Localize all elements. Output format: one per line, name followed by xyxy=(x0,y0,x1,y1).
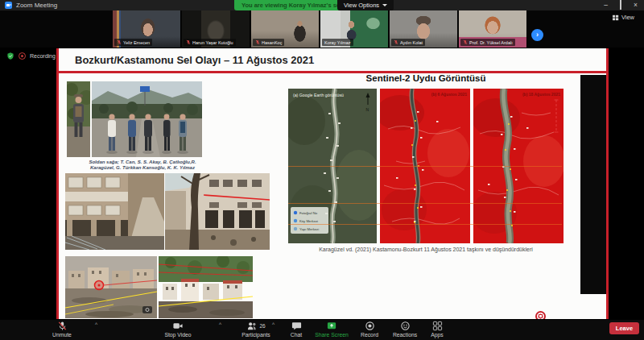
minimize-button[interactable]: – xyxy=(604,0,608,10)
svg-text:Yapı Merkezi: Yapı Merkezi xyxy=(299,227,319,231)
photo-damaged-building-2 xyxy=(165,173,270,250)
panel-a-label: (a) Google Earth görüntüsü xyxy=(293,93,344,97)
group-photo-caption: Soldan sağa; T. Can, S. S. Akay, B. Çatl… xyxy=(81,160,204,171)
shared-slide: Bozkurt/Kastamonu Sel Olayı – 11 Ağustos… xyxy=(56,48,609,319)
letterbox-band xyxy=(580,75,609,294)
next-participants-button[interactable]: › xyxy=(531,29,543,41)
view-options-button[interactable]: View Options xyxy=(337,0,394,10)
participant-tile-aydin-kolat[interactable]: Aydın Kolat xyxy=(390,10,458,48)
zoom-meeting-window: Zoom Meeting You are viewing Koray Yılma… xyxy=(0,0,644,340)
participant-name: Harun Yaşar Kutoğlu xyxy=(192,40,233,45)
view-button[interactable]: View xyxy=(613,14,634,21)
camera-icon xyxy=(172,321,184,331)
grid-view-icon xyxy=(613,15,619,21)
muted-mic-icon xyxy=(255,39,260,45)
photo-field-team xyxy=(92,81,202,157)
maximize-button[interactable] xyxy=(620,0,621,10)
annotation-line xyxy=(288,224,562,225)
participant-name-tag: Aydın Kolat xyxy=(391,39,425,46)
figure-heading: Sentinel-2 Uydu Görüntüsü xyxy=(288,73,564,83)
participants-count: 26 xyxy=(259,323,265,329)
muted-mic-icon xyxy=(463,39,468,45)
panel-b-label: (b) 6 Ağustos 2021 xyxy=(431,92,467,97)
video-options-caret[interactable]: ^ xyxy=(219,321,221,327)
photo-flood-aftermath-1 xyxy=(65,256,157,318)
photo-damaged-building-1 xyxy=(65,173,164,250)
recording-label: Recording xyxy=(30,53,56,59)
participant-name: HasanKoç xyxy=(262,40,282,45)
recording-dot-icon xyxy=(19,52,26,60)
encryption-shield-icon xyxy=(6,52,14,60)
participant-tile-harun-yasar-kutoglu[interactable]: Harun Yaşar Kutoğlu xyxy=(182,10,250,48)
panel-c-label: (b) 18 Ağustos 2021 xyxy=(522,92,560,97)
zoom-app-icon xyxy=(5,2,12,9)
participant-name-tag: Harun Yaşar Kutoğlu xyxy=(184,39,236,46)
svg-text:N: N xyxy=(366,107,369,112)
photo-team-member xyxy=(67,81,90,157)
muted-mic-icon xyxy=(117,39,122,45)
photo-flood-aftermath-2 xyxy=(159,256,253,318)
annotation-line xyxy=(288,166,562,167)
leave-button[interactable]: Leave xyxy=(609,322,639,334)
unmute-button[interactable]: Unmute xyxy=(36,321,88,338)
participant-tile-yuksel-ardali[interactable]: Prof. Dr. Yüksel Ardalı xyxy=(459,10,527,48)
chat-icon xyxy=(291,321,302,331)
apps-icon xyxy=(432,321,443,331)
participant-name-tag: Prof. Dr. Yüksel Ardalı xyxy=(460,39,515,46)
svg-text:Fotoğraf No: Fotoğraf No xyxy=(299,211,318,215)
record-icon xyxy=(365,321,375,331)
screen-share-banner-text: You are viewing Koray Yılmaz's screen xyxy=(242,2,353,9)
muted-mic-icon xyxy=(394,39,398,45)
muted-mic-icon xyxy=(57,321,68,331)
participant-tile-hasankoc[interactable]: HasanKoç xyxy=(251,10,320,48)
photo-badge-icon xyxy=(142,306,152,313)
slide-logo xyxy=(535,311,546,319)
chevron-down-icon xyxy=(382,4,387,6)
participant-name-tag: HasanKoç xyxy=(253,39,284,46)
participant-name: Prof. Dr. Yüksel Ardalı xyxy=(469,40,513,45)
apps-button[interactable]: Apps xyxy=(419,321,456,338)
annotation-line xyxy=(288,203,562,204)
stop-video-button[interactable]: Stop Video xyxy=(150,321,206,338)
participant-name-tag: Yeliz Emecen xyxy=(114,39,152,46)
participants-options-caret[interactable]: ^ xyxy=(272,321,275,327)
mic-options-caret[interactable]: ^ xyxy=(95,321,97,327)
participant-name: Aydın Kolat xyxy=(400,40,423,45)
reactions-icon xyxy=(400,321,411,331)
window-titlebar: Zoom Meeting You are viewing Koray Yılma… xyxy=(0,0,644,10)
recording-indicator: Recording xyxy=(6,52,56,60)
window-title: Zoom Meeting xyxy=(16,0,57,10)
participants-icon xyxy=(246,321,258,331)
share-screen-icon xyxy=(326,321,337,331)
participant-name-tag: Koray Yılmaz xyxy=(322,39,353,46)
participant-name: Yeliz Emecen xyxy=(123,40,150,45)
participant-tile-koray-yilmaz[interactable]: Koray Yılmaz xyxy=(320,10,389,48)
muted-mic-icon xyxy=(186,39,191,45)
participant-tile-yeliz-emecen[interactable]: Yeliz Emecen xyxy=(113,10,181,48)
window-controls: – × xyxy=(604,0,638,10)
map-legend: Fotoğraf No Köy Merkezi Yapı Merkezi xyxy=(291,207,328,234)
figure-caption: Karagüzel vd. (2021) Kastamonu-Bozkurt 1… xyxy=(288,247,564,252)
close-button[interactable]: × xyxy=(634,0,638,10)
participant-name: Koray Yılmaz xyxy=(324,40,351,45)
svg-text:Köy Merkezi: Köy Merkezi xyxy=(299,219,318,223)
slide-title: Bozkurt/Kastamonu Sel Olayı – 11 Ağustos… xyxy=(75,54,314,66)
maximize-icon xyxy=(620,0,621,10)
